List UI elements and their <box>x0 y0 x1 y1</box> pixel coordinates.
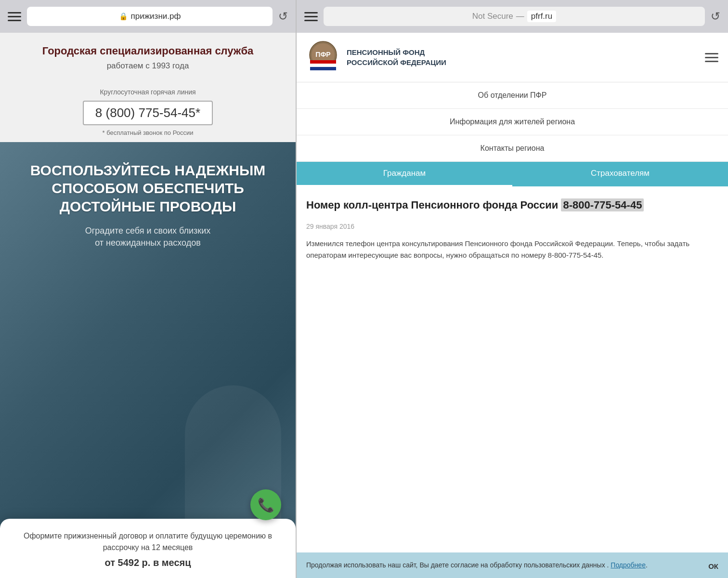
site-header-right: ПФР ПЕНСИОННЫЙ ФОНД РОССИЙСКОЙ ФЕДЕРАЦИИ <box>297 33 728 82</box>
bottom-card-text: Оформите прижизненный договор и оплатите… <box>12 530 284 553</box>
cookie-link[interactable]: Подробнее <box>611 561 646 569</box>
article-title-text: Номер колл-центра Пенсионного фонда Росс… <box>306 199 558 211</box>
logo-text: ПЕНСИОННЫЙ ФОНД РОССИЙСКОЙ ФЕДЕРАЦИИ <box>347 47 446 67</box>
cookie-ok-button[interactable]: ОК <box>708 562 718 570</box>
phone-icon: 📞 <box>258 497 274 513</box>
svg-text:ПФР: ПФР <box>315 51 330 58</box>
left-header-subtitle: работаем с 1993 года <box>10 61 286 71</box>
hero-subtitle: Оградите себя и своих близкихот неожидан… <box>85 225 210 249</box>
browser-bar-right: Not Secure — pfrf.ru ↻ <box>297 0 728 33</box>
hotline-section: Круглосуточная горячая линия 8 (800) 775… <box>0 79 296 142</box>
browser-bar-left: 🔒 прижизни.рф ↻ <box>0 0 296 33</box>
hero-title: ВОСПОЛЬЗУЙТЕСЬ НАДЕЖНЫМ СПОСОБОМ ОБЕСПЕЧ… <box>14 161 281 216</box>
article-body: Изменился телефон центра консультировани… <box>306 238 718 261</box>
left-site-header: Городская специализированная служба рабо… <box>0 33 296 79</box>
refresh-button-right[interactable]: ↻ <box>711 10 720 23</box>
hotline-number[interactable]: 8 (800) 775-54-45* <box>83 101 213 125</box>
left-panel: 🔒 прижизни.рф ↻ Городская специализирова… <box>0 0 296 578</box>
svg-rect-5 <box>310 60 336 64</box>
hamburger-menu-left[interactable] <box>8 12 21 21</box>
phone-fab-button[interactable]: 📞 <box>250 489 281 520</box>
nav-link-contacts[interactable]: Контакты региона <box>297 135 728 162</box>
pfr-logo: ПФР <box>306 40 340 74</box>
logo-area: ПФР ПЕНСИОННЫЙ ФОНД РОССИЙСКОЙ ФЕДЕРАЦИИ <box>306 40 446 74</box>
content-area: Номер колл-центра Пенсионного фонда Росс… <box>297 186 728 552</box>
url-dash: — <box>516 12 524 21</box>
svg-rect-3 <box>310 67 336 70</box>
url-domain-right: pfrf.ru <box>527 11 556 22</box>
left-header-title: Городская специализированная служба <box>10 44 286 58</box>
hotline-note: * бесплатный звонок по России <box>10 129 286 136</box>
hamburger-menu-site[interactable] <box>705 53 718 62</box>
cookie-notice: Продолжая использовать наш сайт, Вы дает… <box>297 552 728 578</box>
url-bar-right[interactable]: Not Secure — pfrf.ru <box>324 7 705 26</box>
article-title-highlight: 8-800-775-54-45 <box>561 198 644 211</box>
nav-link-region-info[interactable]: Информация для жителей региона <box>297 109 728 135</box>
bottom-card-price: от 5492 р. в месяц <box>12 557 284 568</box>
hamburger-menu-right[interactable] <box>304 12 318 21</box>
article-title: Номер колл-центра Пенсионного фонда Росс… <box>306 198 718 213</box>
bottom-card: Оформите прижизненный договор и оплатите… <box>0 519 296 578</box>
nav-link-pfr[interactable]: Об отделении ПФР <box>297 82 728 109</box>
hero-section: ВОСПОЛЬЗУЙТЕСЬ НАДЕЖНЫМ СПОСОБОМ ОБЕСПЕЧ… <box>0 142 296 578</box>
nav-links: Об отделении ПФР Информация для жителей … <box>297 82 728 162</box>
lock-icon: 🔒 <box>119 12 128 21</box>
article-date: 29 января 2016 <box>306 223 718 230</box>
not-secure-text: Not Secure <box>472 12 513 21</box>
cookie-text: Продолжая использовать наш сайт, Вы дает… <box>306 560 701 570</box>
svg-rect-2 <box>310 64 336 67</box>
right-panel: Not Secure — pfrf.ru ↻ ПФР <box>297 0 728 578</box>
refresh-button-left[interactable]: ↻ <box>278 10 288 23</box>
hotline-label: Круглосуточная горячая линия <box>10 88 286 96</box>
url-bar-left[interactable]: 🔒 прижизни.рф <box>27 7 273 26</box>
url-domain-left: прижизни.рф <box>131 12 181 21</box>
tab-citizens[interactable]: Гражданам <box>297 162 512 186</box>
tab-bar: Гражданам Страхователям <box>297 162 728 186</box>
tab-insurers[interactable]: Страхователям <box>512 162 728 186</box>
